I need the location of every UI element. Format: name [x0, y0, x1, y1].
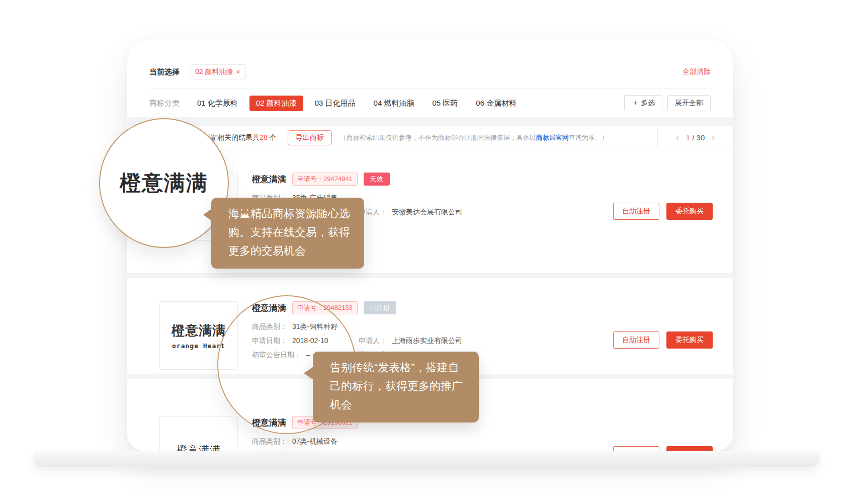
page-separator: /	[690, 133, 697, 142]
results-disclaimer: （商标检索结果仅供参考，不作为商标能否注册的法律依据；具体以商标局官网查询为准。…	[340, 133, 608, 142]
row-actions-3: 自助注册 委托购买	[613, 446, 713, 451]
current-selection-bar: 当前选择 02 颜料油漆 × 全部清除	[149, 39, 711, 89]
results-header: 为您检索到“橙意满满”相关的结果共28 个 导出商标 （商标检索结果仅供参考，不…	[127, 126, 733, 149]
status-badge-invalid: 无效	[364, 173, 390, 186]
pagination: ‹ 1 / 30 ›	[657, 126, 733, 149]
tab-class-04[interactable]: 04 燃料油脂	[367, 96, 421, 111]
page-indicator: 1 / 30	[686, 133, 705, 142]
row-actions-1: 自助注册 委托购买	[613, 203, 713, 220]
magnified-trademark-text: 橙意满满	[120, 169, 208, 197]
results-count: 28	[260, 133, 268, 141]
clear-all-button[interactable]: 全部清除	[683, 67, 711, 76]
field-label: 申请人：	[359, 337, 387, 346]
tab-class-03[interactable]: 03 日化用品	[308, 96, 362, 111]
status-badge-registered: 已注册	[364, 301, 396, 314]
export-trademarks-button[interactable]: 导出商标	[288, 130, 332, 145]
tab-class-06[interactable]: 06 金属材料	[469, 96, 523, 111]
row-actions-2: 自助注册 委托购买	[613, 331, 713, 349]
trademark-name[interactable]: 橙意满满	[252, 174, 286, 185]
category-bar-label: 商标分类	[149, 99, 180, 108]
self-register-button[interactable]: 自助注册	[613, 331, 659, 349]
results-count-unit: 个	[268, 133, 277, 141]
total-pages: 30	[697, 133, 705, 142]
disclaimer-suffix: 查询为准。）	[569, 134, 608, 141]
selected-filter-tag-label: 02 颜料油漆	[195, 67, 233, 76]
application-number-badge: 申请号：29474941	[292, 173, 358, 186]
tooltip-arrow-left-icon	[203, 209, 212, 221]
chevron-right-icon[interactable]: ›	[711, 132, 715, 143]
multi-select-button[interactable]: ＋ 多选	[624, 95, 662, 111]
selected-filter-tag[interactable]: 02 颜料油漆 ×	[190, 64, 246, 79]
trademark-image-text: 橙意满满	[177, 443, 221, 451]
category-bar-actions: ＋ 多选 展开全部	[624, 95, 711, 111]
tooltip-marketplace: 海量精品商标资源随心选购。支持在线交易，获得更多的交易机会	[211, 198, 364, 269]
category-tab-bar: 商标分类 01 化学原料 02 颜料油漆 03 日化用品 04 燃料油脂 05 …	[149, 89, 711, 117]
disclaimer-prefix: （商标检索结果仅供参考，不作为商标能否注册的法律依据；具体以	[340, 134, 536, 141]
trademark-image-3: 橙意满满	[159, 416, 238, 451]
entrust-purchase-button[interactable]: 委托购买	[666, 331, 713, 349]
trademark-image-subtext: orange Heart	[172, 342, 225, 350]
tab-class-02-active[interactable]: 02 颜料油漆	[249, 96, 303, 111]
row-divider	[127, 273, 733, 278]
current-page: 1	[686, 133, 690, 142]
tab-class-01[interactable]: 01 化学原料	[191, 96, 244, 111]
field-value: 安徽美达会展有限公司	[392, 208, 462, 217]
trademark-image-text: 橙意满满	[172, 322, 226, 340]
magnifier-lens-top: 橙意满满	[99, 118, 229, 248]
close-icon[interactable]: ×	[236, 68, 240, 75]
entrust-purchase-button[interactable]: 委托购买	[666, 203, 713, 220]
tooltip-text: 告别传统“发表格”，搭建自己的标行，获得更多的推广机会	[330, 361, 463, 411]
laptop-base	[33, 451, 820, 467]
current-selection-label: 当前选择	[149, 67, 180, 77]
field-value: 上海雨步实业有限公司	[392, 337, 462, 346]
tab-class-05[interactable]: 05 医药	[425, 96, 464, 111]
tooltip-promotion: 告别传统“发表格”，搭建自己的标行，获得更多的推广机会	[313, 352, 479, 423]
field-value: 07类-机械设备	[292, 437, 337, 446]
self-register-button[interactable]: 自助注册	[613, 446, 659, 451]
expand-all-button[interactable]: 展开全部	[667, 95, 711, 111]
trademark-office-link[interactable]: 商标局官网	[536, 134, 569, 141]
entrust-purchase-button[interactable]: 委托购买	[666, 446, 713, 451]
chevron-left-icon[interactable]: ‹	[675, 132, 679, 143]
self-register-button[interactable]: 自助注册	[613, 203, 659, 220]
tooltip-text: 海量精品商标资源随心选购。支持在线交易，获得更多的交易机会	[228, 207, 350, 257]
field-label: 商品类别：	[252, 437, 287, 446]
section-divider	[127, 117, 733, 126]
tooltip-arrow-left-icon	[304, 367, 313, 380]
